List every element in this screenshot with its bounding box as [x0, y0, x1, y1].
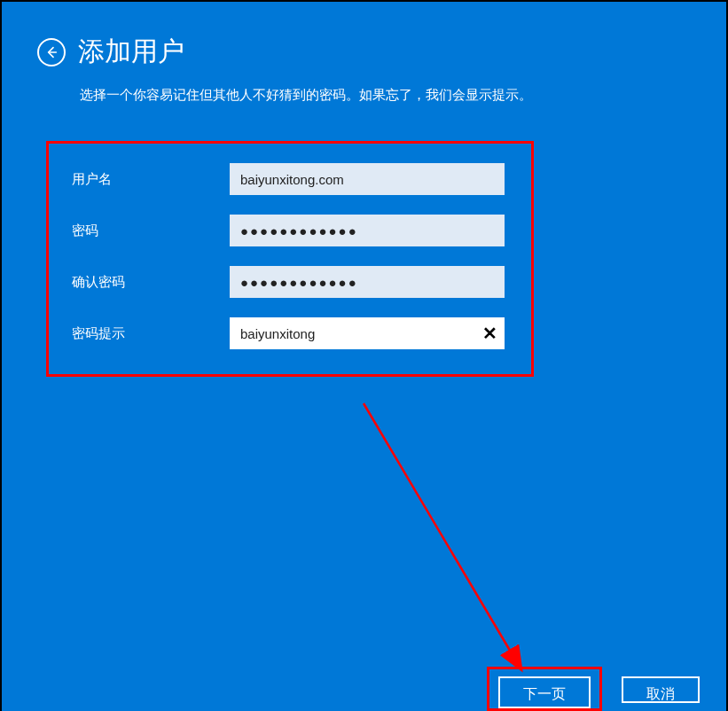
- username-input[interactable]: [230, 163, 505, 195]
- page-title: 添加用户: [78, 34, 184, 70]
- next-button[interactable]: 下一页: [498, 676, 591, 708]
- next-button-highlight: 下一页: [487, 667, 602, 711]
- back-button[interactable]: [37, 38, 66, 66]
- password-input[interactable]: [230, 215, 505, 246]
- password-hint-input[interactable]: [230, 317, 505, 349]
- clear-icon[interactable]: ✕: [482, 323, 497, 344]
- cancel-button[interactable]: 取消: [622, 676, 700, 703]
- annotation-arrow: [356, 396, 578, 698]
- svg-line-1: [364, 403, 512, 653]
- password-label: 密码: [72, 223, 230, 239]
- password-hint-label: 密码提示: [72, 325, 230, 342]
- arrow-left-icon: [44, 45, 59, 59]
- confirm-password-input[interactable]: [230, 266, 505, 298]
- form-highlight-box: 用户名 密码 确认密码 密码提示 ✕: [46, 141, 534, 377]
- username-label: 用户名: [72, 171, 230, 188]
- confirm-password-label: 确认密码: [72, 274, 230, 291]
- page-subtitle: 选择一个你容易记住但其他人不好猜到的密码。如果忘了，我们会显示提示。: [2, 79, 726, 105]
